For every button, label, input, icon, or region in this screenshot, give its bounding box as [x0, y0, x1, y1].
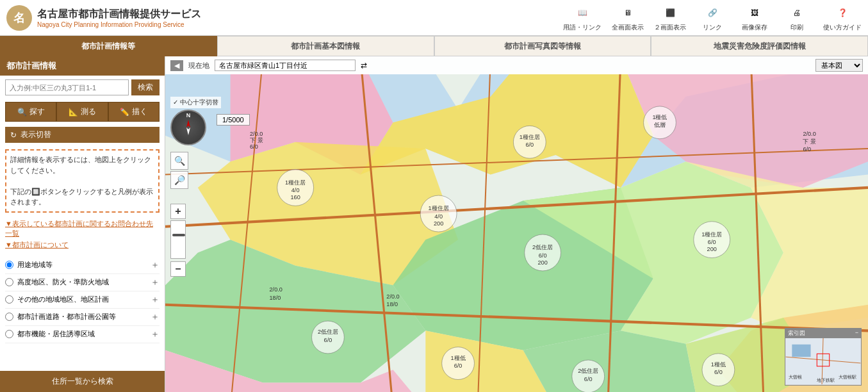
map-toolbar: ◀ 現在地 ⇄ 基本図 航空写真 白地図 [165, 56, 868, 74]
svg-text:下 景: 下 景 [250, 137, 263, 143]
svg-text:200: 200 [538, 259, 548, 266]
map-area[interactable]: ◀ 現在地 ⇄ 基本図 航空写真 白地図 [165, 56, 868, 392]
zoom-slider[interactable] [170, 220, 186, 259]
nav-tab-toshi-info[interactable]: 都市計画情報等 [0, 36, 217, 56]
expand-icon-toshi-kino[interactable]: ＋ [151, 329, 160, 340]
collapse-button[interactable]: ◀ [170, 60, 183, 71]
sidebar-footer-btn[interactable]: 住所一覧から検索 [0, 371, 165, 392]
tool-btn-save[interactable]: 🖼 画像保存 [739, 4, 771, 32]
zoom-out-button[interactable]: − [170, 261, 186, 277]
radio-option-sono-ta[interactable]: その他の地域地区、地区計画 ＋ [5, 291, 160, 309]
action-btn-sagasu[interactable]: 🔍探す [5, 102, 56, 122]
svg-text:大曽根: 大曽根 [789, 374, 802, 379]
map-svg: 1種住居 4/0 200 2低住居 6/0 200 1種住居 6/0 200 1… [165, 74, 868, 392]
radio-koudo-chiiki[interactable] [5, 278, 13, 286]
nav-tab-kihon-zu[interactable]: 都市計画基本図情報 [217, 36, 434, 56]
link-toiawase-link[interactable]: ▼表示している都市計画に関するお問合わせ先一覧 [5, 219, 160, 238]
link-label: リンク [703, 23, 722, 32]
map-canvas[interactable]: 1種住居 4/0 200 2低住居 6/0 200 1種住居 6/0 200 1… [165, 74, 868, 392]
link-about-link[interactable]: ▼都市計画について [5, 240, 160, 250]
action-buttons: 🔍探す📐測る✏️描く [0, 99, 165, 124]
print-label: 印刷 [790, 23, 803, 32]
expand-icon-yoto-chiiki[interactable]: ＋ [151, 259, 160, 271]
nav-tab-shashin-zu[interactable]: 都市計画写真図等情報 [434, 36, 651, 56]
toggle-title: ↻ 表示切替 [5, 127, 160, 143]
radio-toshi-kino[interactable] [5, 330, 13, 338]
header: 名 名古屋市都市計画情報提供サービス Nagoya City Planning … [0, 0, 868, 36]
svg-marker-67 [186, 120, 190, 127]
hakaru-label: 測る [81, 106, 96, 117]
radio-option-yoto-chiiki[interactable]: 用途地域等 ＋ [5, 257, 160, 274]
nigamen-icon: ⬛ [659, 4, 682, 22]
yogo-link-label: 用語・リンク [563, 23, 602, 32]
svg-rect-70 [792, 345, 810, 357]
logo-icon: 名 [6, 5, 32, 31]
tool-btn-link[interactable]: 🔗 リンク [696, 4, 728, 32]
zoom-in-button[interactable]: + [170, 204, 186, 219]
radio-label-toshi-doro: 都市計画道路・都市計画公園等 [17, 312, 116, 322]
location-swap-icon[interactable]: ⇄ [361, 61, 367, 70]
zoom-in-glass[interactable]: 🔍 [170, 152, 188, 170]
svg-text:1種住居: 1種住居 [429, 205, 449, 211]
map-controls: ✓ 中心十字切替 N 🔍 🔎 [170, 97, 221, 189]
link-icon: 🔗 [701, 4, 724, 22]
svg-text:200: 200 [434, 220, 443, 227]
radio-options: 用途地域等 ＋ 高度地区、防火・準防火地域 ＋ その他の地域地区、地区計画 ＋ … [0, 254, 165, 346]
svg-text:6/0: 6/0 [525, 142, 534, 148]
svg-text:2低住居: 2低住居 [318, 329, 338, 335]
zoom-controls: + − [170, 202, 186, 277]
zenkoku-label: 全画面表示 [612, 23, 644, 32]
expand-icon-sono-ta[interactable]: ＋ [151, 294, 160, 306]
tool-btn-yogo-link[interactable]: 📖 用語・リンク [563, 4, 602, 32]
nigamen-label: ２画面表示 [654, 23, 686, 32]
svg-text:6/0: 6/0 [803, 146, 811, 152]
tool-btn-print[interactable]: 🖨 印刷 [781, 4, 813, 32]
mini-map-title: 索引図 [788, 329, 805, 338]
sidebar-title: 都市計画情報 [0, 56, 165, 76]
tool-btn-nigamen[interactable]: ⬛ ２画面表示 [654, 4, 686, 32]
zenkoku-icon: 🖥 [616, 4, 639, 22]
compass-circle[interactable]: N [170, 110, 206, 145]
search-button[interactable]: 検索 [131, 79, 160, 95]
nav-tab-saigai[interactable]: 地震災害危険度評価図情報 [651, 36, 868, 56]
location-input[interactable] [215, 60, 356, 71]
info-text: 詳細情報を表示するには、地図上をクリックしてください。下記の🔲ボタンをクリックす… [10, 156, 153, 206]
action-btn-kaku[interactable]: ✏️描く [108, 102, 160, 122]
mini-map-close[interactable]: − [855, 329, 858, 338]
svg-text:1種低: 1種低 [711, 361, 726, 368]
expand-icon-toshi-doro[interactable]: ＋ [151, 311, 160, 323]
zoom-out-glass[interactable]: 🔎 [170, 171, 188, 189]
radio-option-toshi-kino[interactable]: 都市機能・居住誘導区域 ＋ [5, 326, 160, 343]
svg-text:6/0: 6/0 [584, 376, 593, 382]
mini-map-canvas: 大曽根 地下鉄駅 大曽根駅 [785, 338, 861, 384]
kaku-label: 描く [132, 106, 147, 117]
crosshair-toggle[interactable]: ✓ 中心十字切替 [170, 97, 221, 108]
yogo-link-icon: 📖 [571, 4, 594, 22]
links-area: ▼表示している都市計画に関するお問合わせ先一覧▼都市計画について [0, 216, 165, 254]
main: 都市計画情報 検索 🔍探す📐測る✏️描く ↻ 表示切替 詳細情報を表示するには、… [0, 56, 868, 392]
toggle-label: 表示切替 [20, 129, 51, 140]
sagasu-icon: 🔍 [17, 108, 27, 117]
expand-icon-koudo-chiiki[interactable]: ＋ [151, 277, 160, 288]
map-type-select[interactable]: 基本図 航空写真 白地図 [815, 59, 863, 72]
refresh-icon: ↻ [10, 131, 17, 140]
sagasu-label: 探す [29, 106, 45, 117]
action-btn-hakaru[interactable]: 📐測る [56, 102, 108, 122]
search-input[interactable] [5, 79, 129, 95]
toggle-section: ↻ 表示切替 [0, 124, 165, 145]
tool-btn-help[interactable]: ❓ 使い方ガイド [823, 4, 862, 32]
logo-text: 名古屋市都市計画情報提供サービス Nagoya City Planning In… [37, 8, 201, 28]
svg-text:4/0: 4/0 [434, 213, 443, 220]
radio-toshi-doro[interactable] [5, 313, 13, 321]
radio-option-toshi-doro[interactable]: 都市計画道路・都市計画公園等 ＋ [5, 309, 160, 326]
radio-option-koudo-chiiki[interactable]: 高度地区、防火・準防火地域 ＋ [5, 274, 160, 291]
svg-text:4/0: 4/0 [291, 187, 300, 193]
mini-map-header: 索引図 − [785, 329, 861, 338]
radio-yoto-chiiki[interactable] [5, 261, 13, 269]
location-label: 現在地 [188, 61, 209, 70]
svg-text:地下鉄駅: 地下鉄駅 [816, 378, 835, 382]
tool-btn-zenkoku[interactable]: 🖥 全画面表示 [612, 4, 644, 32]
scale-indicator: 1/5000 [217, 114, 250, 126]
radio-sono-ta[interactable] [5, 295, 13, 304]
svg-text:2/0.0: 2/0.0 [270, 286, 283, 293]
